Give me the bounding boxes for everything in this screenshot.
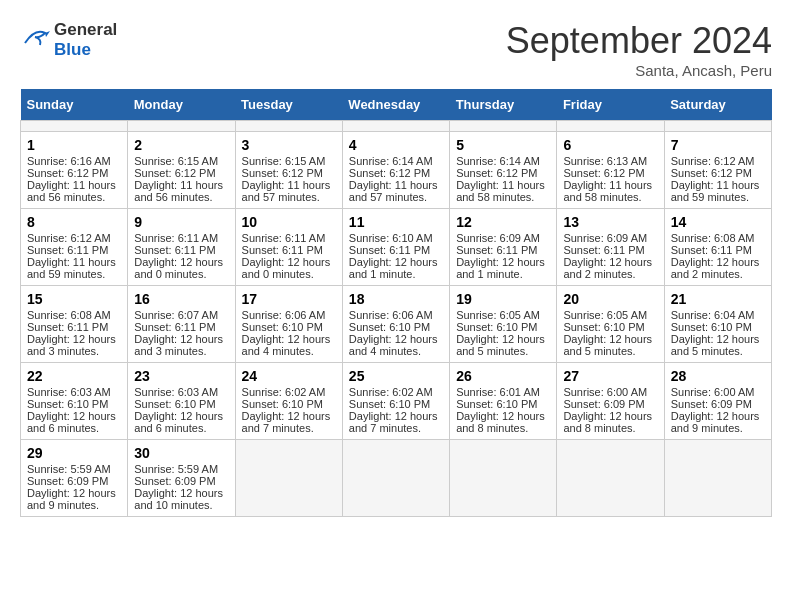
day-info: Sunrise: 6:13 AMSunset: 6:12 PMDaylight:… [563, 155, 657, 203]
day-info: Sunrise: 6:16 AMSunset: 6:12 PMDaylight:… [27, 155, 121, 203]
day-number: 27 [563, 368, 657, 384]
logo-container: General Blue [20, 20, 117, 59]
day-header-friday: Friday [557, 89, 664, 121]
day-info: Sunrise: 6:12 AMSunset: 6:12 PMDaylight:… [671, 155, 765, 203]
calendar-cell: 23Sunrise: 6:03 AMSunset: 6:10 PMDayligh… [128, 363, 235, 440]
day-number: 6 [563, 137, 657, 153]
day-header-sunday: Sunday [21, 89, 128, 121]
calendar-cell: 3Sunrise: 6:15 AMSunset: 6:12 PMDaylight… [235, 132, 342, 209]
day-number: 12 [456, 214, 550, 230]
calendar-cell: 9Sunrise: 6:11 AMSunset: 6:11 PMDaylight… [128, 209, 235, 286]
day-info: Sunrise: 6:06 AMSunset: 6:10 PMDaylight:… [349, 309, 443, 357]
day-number: 3 [242, 137, 336, 153]
calendar-cell [235, 440, 342, 517]
day-number: 22 [27, 368, 121, 384]
day-info: Sunrise: 6:15 AMSunset: 6:12 PMDaylight:… [242, 155, 336, 203]
calendar-cell: 21Sunrise: 6:04 AMSunset: 6:10 PMDayligh… [664, 286, 771, 363]
calendar-cell: 16Sunrise: 6:07 AMSunset: 6:11 PMDayligh… [128, 286, 235, 363]
day-info: Sunrise: 6:07 AMSunset: 6:11 PMDaylight:… [134, 309, 228, 357]
calendar-cell: 19Sunrise: 6:05 AMSunset: 6:10 PMDayligh… [450, 286, 557, 363]
day-number: 9 [134, 214, 228, 230]
calendar-cell [450, 440, 557, 517]
calendar-cell: 13Sunrise: 6:09 AMSunset: 6:11 PMDayligh… [557, 209, 664, 286]
calendar-cell [664, 440, 771, 517]
day-number: 16 [134, 291, 228, 307]
day-header-tuesday: Tuesday [235, 89, 342, 121]
day-header-thursday: Thursday [450, 89, 557, 121]
header: General Blue September 2024 Santa, Ancas… [20, 20, 772, 79]
calendar-cell: 22Sunrise: 6:03 AMSunset: 6:10 PMDayligh… [21, 363, 128, 440]
day-info: Sunrise: 6:11 AMSunset: 6:11 PMDaylight:… [242, 232, 336, 280]
day-info: Sunrise: 6:02 AMSunset: 6:10 PMDaylight:… [349, 386, 443, 434]
day-number: 20 [563, 291, 657, 307]
logo-blue: Blue [54, 40, 117, 60]
day-number: 10 [242, 214, 336, 230]
day-info: Sunrise: 6:12 AMSunset: 6:11 PMDaylight:… [27, 232, 121, 280]
day-info: Sunrise: 6:02 AMSunset: 6:10 PMDaylight:… [242, 386, 336, 434]
day-info: Sunrise: 6:08 AMSunset: 6:11 PMDaylight:… [27, 309, 121, 357]
calendar-cell [664, 121, 771, 132]
calendar-cell: 11Sunrise: 6:10 AMSunset: 6:11 PMDayligh… [342, 209, 449, 286]
day-number: 23 [134, 368, 228, 384]
calendar-cell: 27Sunrise: 6:00 AMSunset: 6:09 PMDayligh… [557, 363, 664, 440]
calendar-week-row: 8Sunrise: 6:12 AMSunset: 6:11 PMDaylight… [21, 209, 772, 286]
logo-bird [20, 23, 50, 57]
calendar-cell: 18Sunrise: 6:06 AMSunset: 6:10 PMDayligh… [342, 286, 449, 363]
calendar-cell [342, 121, 449, 132]
day-header-monday: Monday [128, 89, 235, 121]
day-number: 2 [134, 137, 228, 153]
day-header-saturday: Saturday [664, 89, 771, 121]
calendar-cell [21, 121, 128, 132]
day-number: 1 [27, 137, 121, 153]
calendar-week-row: 15Sunrise: 6:08 AMSunset: 6:11 PMDayligh… [21, 286, 772, 363]
calendar-cell: 20Sunrise: 6:05 AMSunset: 6:10 PMDayligh… [557, 286, 664, 363]
calendar-week-row: 29Sunrise: 5:59 AMSunset: 6:09 PMDayligh… [21, 440, 772, 517]
logo-general: General [54, 20, 117, 40]
calendar-cell: 14Sunrise: 6:08 AMSunset: 6:11 PMDayligh… [664, 209, 771, 286]
day-number: 14 [671, 214, 765, 230]
calendar-cell: 2Sunrise: 6:15 AMSunset: 6:12 PMDaylight… [128, 132, 235, 209]
calendar-cell: 24Sunrise: 6:02 AMSunset: 6:10 PMDayligh… [235, 363, 342, 440]
day-number: 24 [242, 368, 336, 384]
day-info: Sunrise: 6:03 AMSunset: 6:10 PMDaylight:… [134, 386, 228, 434]
day-info: Sunrise: 6:11 AMSunset: 6:11 PMDaylight:… [134, 232, 228, 280]
day-number: 15 [27, 291, 121, 307]
logo-text-block: General Blue [54, 20, 117, 59]
calendar-cell: 8Sunrise: 6:12 AMSunset: 6:11 PMDaylight… [21, 209, 128, 286]
calendar-cell: 12Sunrise: 6:09 AMSunset: 6:11 PMDayligh… [450, 209, 557, 286]
title-area: September 2024 Santa, Ancash, Peru [506, 20, 772, 79]
day-number: 26 [456, 368, 550, 384]
logo: General Blue [20, 20, 117, 59]
day-number: 11 [349, 214, 443, 230]
day-info: Sunrise: 5:59 AMSunset: 6:09 PMDaylight:… [134, 463, 228, 511]
day-number: 17 [242, 291, 336, 307]
day-info: Sunrise: 6:01 AMSunset: 6:10 PMDaylight:… [456, 386, 550, 434]
month-title: September 2024 [506, 20, 772, 62]
day-info: Sunrise: 6:05 AMSunset: 6:10 PMDaylight:… [563, 309, 657, 357]
calendar-cell: 4Sunrise: 6:14 AMSunset: 6:12 PMDaylight… [342, 132, 449, 209]
calendar-cell: 10Sunrise: 6:11 AMSunset: 6:11 PMDayligh… [235, 209, 342, 286]
calendar-cell: 29Sunrise: 5:59 AMSunset: 6:09 PMDayligh… [21, 440, 128, 517]
day-header-wednesday: Wednesday [342, 89, 449, 121]
calendar-cell [128, 121, 235, 132]
calendar-cell: 15Sunrise: 6:08 AMSunset: 6:11 PMDayligh… [21, 286, 128, 363]
calendar-cell: 28Sunrise: 6:00 AMSunset: 6:09 PMDayligh… [664, 363, 771, 440]
day-number: 4 [349, 137, 443, 153]
day-number: 25 [349, 368, 443, 384]
day-number: 21 [671, 291, 765, 307]
day-info: Sunrise: 6:10 AMSunset: 6:11 PMDaylight:… [349, 232, 443, 280]
calendar-body: 1Sunrise: 6:16 AMSunset: 6:12 PMDaylight… [21, 121, 772, 517]
day-info: Sunrise: 6:03 AMSunset: 6:10 PMDaylight:… [27, 386, 121, 434]
day-number: 29 [27, 445, 121, 461]
day-number: 7 [671, 137, 765, 153]
calendar-cell [342, 440, 449, 517]
day-info: Sunrise: 6:14 AMSunset: 6:12 PMDaylight:… [456, 155, 550, 203]
day-info: Sunrise: 6:00 AMSunset: 6:09 PMDaylight:… [563, 386, 657, 434]
calendar-cell: 5Sunrise: 6:14 AMSunset: 6:12 PMDaylight… [450, 132, 557, 209]
day-info: Sunrise: 6:06 AMSunset: 6:10 PMDaylight:… [242, 309, 336, 357]
calendar-table: SundayMondayTuesdayWednesdayThursdayFrid… [20, 89, 772, 517]
calendar-cell [557, 121, 664, 132]
day-info: Sunrise: 6:15 AMSunset: 6:12 PMDaylight:… [134, 155, 228, 203]
day-info: Sunrise: 6:09 AMSunset: 6:11 PMDaylight:… [456, 232, 550, 280]
calendar-week-row [21, 121, 772, 132]
